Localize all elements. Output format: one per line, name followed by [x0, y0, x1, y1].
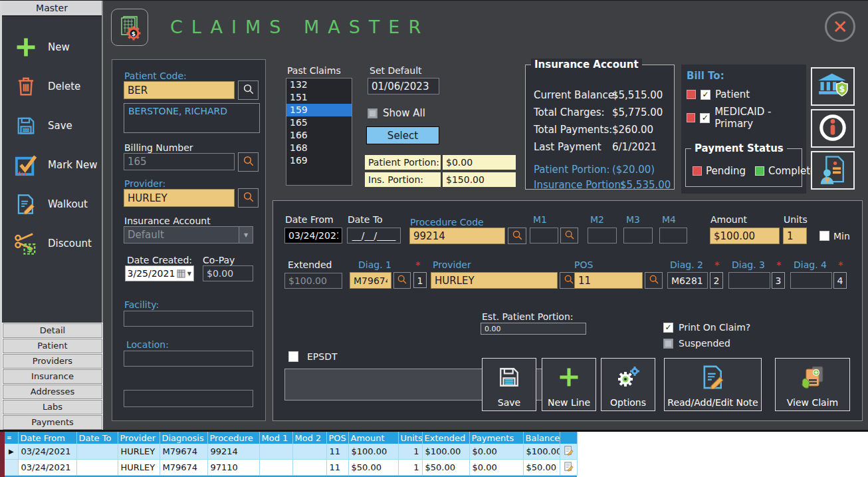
list-item[interactable]: 132: [286, 79, 352, 91]
amount-input[interactable]: [710, 228, 780, 244]
list-item[interactable]: 151: [286, 91, 352, 104]
search-icon: [564, 274, 574, 287]
list-item[interactable]: 166: [286, 129, 352, 142]
insurance-account-select[interactable]: Default ▼: [124, 226, 253, 243]
table-row[interactable]: 03/24/2021 HURLEY M79674 97110 11 $50.00…: [5, 460, 577, 476]
suspended-checkbox[interactable]: [663, 339, 673, 349]
copay-input[interactable]: [203, 265, 253, 281]
m2-input[interactable]: [588, 228, 617, 243]
search-icon: [243, 155, 255, 169]
close-button[interactable]: ✕: [825, 11, 855, 42]
print-on-claim-checkbox[interactable]: ✓: [663, 323, 673, 333]
facility-input[interactable]: [124, 311, 253, 327]
epsdt-checkbox[interactable]: [288, 351, 298, 362]
billing-number-search-button[interactable]: [238, 152, 259, 172]
diag1-input[interactable]: [350, 272, 391, 289]
note-button[interactable]: Read/Add/Edit Note: [664, 358, 762, 411]
m4-input[interactable]: [659, 228, 687, 243]
col-provider[interactable]: Provider: [118, 432, 160, 444]
procedure-code-search-button[interactable]: [508, 228, 526, 244]
tab-detail[interactable]: Detail: [3, 323, 102, 338]
line-provider-input[interactable]: [431, 272, 558, 289]
delete-button[interactable]: Delete: [2, 67, 102, 106]
list-item-selected[interactable]: 159: [286, 104, 352, 116]
provider-input[interactable]: [124, 189, 235, 207]
search-icon: [243, 191, 255, 205]
diag3-input[interactable]: [728, 272, 770, 289]
show-all-checkbox[interactable]: [368, 108, 378, 118]
tab-payments[interactable]: Payments: [3, 415, 102, 430]
col-payments[interactable]: Payments: [469, 432, 523, 444]
select-button[interactable]: Select: [366, 126, 439, 144]
date-created-picker[interactable]: 3/25/2021 ▼: [125, 265, 194, 281]
tab-patient[interactable]: Patient: [3, 339, 102, 353]
view-claim-button[interactable]: View Claim: [775, 358, 850, 411]
col-procedure[interactable]: Procedure: [207, 432, 259, 444]
units-input[interactable]: [783, 228, 807, 244]
edit-note-cell[interactable]: [560, 444, 577, 460]
col-mod1[interactable]: Mod 1: [259, 432, 292, 444]
billing-number-input[interactable]: [124, 153, 235, 170]
col-pos[interactable]: POS: [326, 432, 348, 444]
list-item[interactable]: 165: [286, 116, 352, 129]
edit-note-cell[interactable]: [560, 460, 577, 476]
col-mod2[interactable]: Mod 2: [292, 432, 326, 444]
show-all-label: Show All: [383, 107, 425, 119]
diag2-input[interactable]: [667, 272, 708, 289]
extra-input[interactable]: [124, 390, 253, 407]
person-document-icon: [818, 154, 847, 187]
col-date-from[interactable]: Date From: [18, 432, 76, 444]
save-button[interactable]: Save: [2, 106, 102, 145]
m1-search-button[interactable]: [560, 228, 578, 243]
diag1-search-button[interactable]: [393, 272, 411, 289]
min-checkbox[interactable]: [819, 231, 829, 241]
pos-input[interactable]: [574, 272, 643, 289]
m3-input[interactable]: [623, 228, 653, 243]
col-amount[interactable]: Amount: [348, 432, 398, 444]
tab-insurance[interactable]: Insurance: [3, 369, 102, 384]
location-input[interactable]: [124, 351, 253, 367]
date-from-input[interactable]: [284, 228, 342, 243]
col-extended[interactable]: Extended: [422, 432, 469, 444]
patient-code-input[interactable]: [124, 81, 235, 99]
date-to-input[interactable]: [347, 228, 401, 243]
diag4-label: Diag. 4: [794, 259, 827, 270]
col-units[interactable]: Units: [398, 432, 422, 444]
discount-button[interactable]: $ Discount: [2, 224, 102, 263]
diag4-input[interactable]: [790, 272, 832, 289]
patient-info-button[interactable]: [811, 151, 855, 190]
procedure-code-input[interactable]: [409, 228, 505, 244]
table-row[interactable]: ▶ 03/24/2021 HURLEY M79674 99214 11 $100…: [5, 444, 577, 460]
row-selector[interactable]: [5, 460, 18, 476]
line-save-button[interactable]: Save: [482, 358, 536, 411]
walkout-button[interactable]: Walkout: [2, 184, 102, 224]
tab-providers[interactable]: Providers: [3, 354, 102, 369]
m1-input[interactable]: [530, 228, 558, 243]
diag4-required-marker: *: [838, 259, 843, 270]
tab-master[interactable]: Master: [2, 1, 102, 17]
col-diagnosis[interactable]: Diagnosis: [160, 432, 207, 444]
row-selector[interactable]: ▶: [5, 444, 18, 460]
col-balance[interactable]: Balance: [523, 432, 560, 444]
tab-addresses[interactable]: Addresses: [3, 385, 102, 399]
est-patient-portion-input[interactable]: [481, 323, 586, 335]
list-item[interactable]: 169: [286, 154, 352, 167]
past-claims-list[interactable]: 132 151 159 165 166 168 169: [286, 78, 352, 186]
provider-search-button[interactable]: [238, 188, 259, 208]
tab-labs[interactable]: Labs: [3, 400, 102, 414]
extended-input[interactable]: [284, 273, 342, 289]
mark-new-button[interactable]: Mark New: [2, 145, 102, 184]
patient-code-search-button[interactable]: [238, 80, 259, 100]
bank-shield-icon: $: [815, 71, 850, 102]
bill-to-medicaid-checkbox[interactable]: ✓: [700, 113, 710, 123]
new-line-button[interactable]: New Line: [542, 358, 596, 411]
bill-to-patient-checkbox[interactable]: ✓: [701, 90, 710, 100]
insurance-bank-button[interactable]: $: [811, 67, 855, 106]
info-button[interactable]: [811, 109, 855, 148]
new-button[interactable]: New: [2, 27, 102, 67]
set-default-input[interactable]: [368, 78, 439, 94]
col-date-to[interactable]: Date To: [76, 432, 118, 444]
pos-search-button[interactable]: [645, 272, 663, 289]
list-item[interactable]: 168: [286, 142, 352, 154]
options-button[interactable]: Options: [601, 358, 655, 411]
